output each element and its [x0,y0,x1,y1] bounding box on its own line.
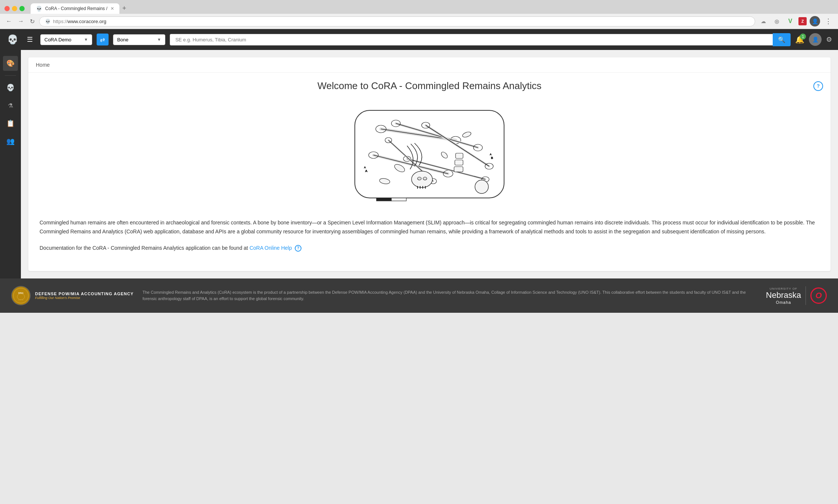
profile-avatar[interactable]: 👤 [810,16,820,26]
tab-title: CoRA - Commingled Remains / [45,6,107,11]
address-bar[interactable]: 💀 https://www.coracore.org [39,16,755,26]
university-o-logo: O [810,287,827,304]
forward-button[interactable]: → [16,16,25,26]
tab-close-button[interactable]: ✕ [110,6,114,11]
search-icon: 🔍 [778,37,785,43]
swap-icon: ⇄ [100,36,105,43]
dpaa-seal-svg: DPAA ★ ★ ★ [12,286,30,305]
url-protocol: https:// [53,19,68,24]
content-card: Home Welcome to CoRA - Commingled Remain… [28,57,831,271]
bone-selector[interactable]: Bone ▼ [113,34,165,45]
maximize-window-button[interactable] [19,6,25,11]
tab-favicon: 💀 [36,6,42,12]
sidebar: 🎨 💀 ⚗ 📋 👥 [0,50,21,278]
favicon-small: 💀 [45,19,51,24]
new-tab-button[interactable]: + [119,3,129,14]
v-extension[interactable]: V [785,16,795,26]
omaha-text: Omaha [776,300,791,305]
dna-icon: ⚗ [8,102,13,109]
svg-rect-34 [455,160,463,165]
agency-name: Defense POW/MIA Accounting Agency [35,292,134,296]
chevron-down-icon: ▼ [84,37,88,42]
svg-point-39 [440,151,449,160]
sidebar-item-specimens[interactable]: 💀 [3,80,18,95]
text-content: Commingled human remains are often encou… [28,211,831,271]
skull-icon: 💀 [6,84,15,92]
svg-point-46 [12,287,30,305]
footer-vertical-divider [806,286,806,305]
help-circle-icon[interactable]: ? [295,245,301,252]
user-avatar[interactable]: 👤 [809,33,822,46]
notification-badge: 1 [800,34,806,40]
browser-titlebar: 💀 CoRA - Commingled Remains / ✕ + [0,0,838,14]
svg-rect-44 [376,198,391,201]
sidebar-item-dashboard[interactable]: 🎨 [3,56,18,71]
settings-button[interactable]: ⚙ [826,35,832,44]
sidebar-item-reports[interactable]: 📋 [3,116,18,131]
browser-controls [4,6,25,11]
hamburger-menu-button[interactable]: ☰ [24,32,36,47]
app-logo: 💀 [6,33,19,46]
svg-point-38 [379,178,390,185]
browser-tabs: 💀 CoRA - Commingled Remains / ✕ + [31,3,129,14]
unl-logo: UNIVERSITY OF Nebraska Omaha [766,287,801,305]
description-paragraph: Commingled human remains are often encou… [40,218,819,236]
dpaa-seal: DPAA ★ ★ ★ [11,286,31,305]
refresh-button[interactable]: ↻ [28,16,36,26]
swap-button[interactable]: ⇄ [97,34,109,45]
svg-rect-33 [456,153,463,158]
svg-point-25 [412,171,432,188]
svg-text:★ ★ ★: ★ ★ ★ [18,299,24,301]
search-button[interactable]: 🔍 [773,33,791,46]
palette-icon: 🎨 [6,59,15,67]
back-button[interactable]: ← [4,16,13,26]
image-container: A A B A [28,99,831,211]
university-of-text: UNIVERSITY OF [770,287,797,290]
doc-text: Documentation for the CoRA - Commingled … [40,245,248,251]
bone-dropdown[interactable]: Bone [117,37,155,42]
agency-tagline: Fulfilling Our Nation's Promise [35,296,134,300]
svg-text:B: B [491,156,493,160]
footer-logo-area: DPAA ★ ★ ★ Defense POW/MIA Accounting Ag… [11,286,134,305]
active-tab[interactable]: 💀 CoRA - Commingled Remains / ✕ [31,3,119,14]
main-content: Home Welcome to CoRA - Commingled Remain… [21,50,838,278]
breadcrumb-home[interactable]: Home [36,62,50,68]
users-icon: 👥 [6,137,15,145]
svg-point-30 [418,177,421,180]
sidebar-divider [5,75,16,76]
app-body: 🎨 💀 ⚗ 📋 👥 Home [0,50,838,278]
zotero-extension[interactable]: Z [798,17,807,25]
avatar-image: 👤 [812,37,819,42]
circle-extension[interactable]: ◎ [772,16,782,26]
commingled-image: A A B A [351,107,508,204]
app-navbar: 💀 ☰ CoRA Demo ▼ ⇄ Bone ▼ 🔍 [0,29,838,50]
notification-button[interactable]: 🔔 1 [795,35,804,44]
svg-point-37 [462,131,472,138]
footer-description: The Commingled Remains and Analytics (Co… [143,289,757,302]
org-selector[interactable]: CoRA Demo ▼ [40,34,92,45]
svg-text:A: A [364,166,366,168]
svg-text:A: A [365,169,368,173]
browser-chrome: 💀 CoRA - Commingled Remains / ✕ + ← → ↻ … [0,0,838,29]
browser-toolbar: ← → ↻ 💀 https://www.coracore.org ☁ ◎ V Z… [0,14,838,29]
cora-help-link[interactable]: CoRA Online Help [250,245,294,251]
close-window-button[interactable] [4,6,10,11]
org-dropdown[interactable]: CoRA Demo [44,37,82,42]
minimize-window-button[interactable] [12,6,17,11]
help-button[interactable]: ? [813,81,823,91]
sidebar-item-users[interactable]: 👥 [3,134,18,149]
icloud-extension[interactable]: ☁ [758,16,769,26]
app-wrapper: 💀 ☰ CoRA Demo ▼ ⇄ Bone ▼ 🔍 [0,29,838,313]
question-icon: ? [817,83,820,89]
search-input[interactable] [170,34,773,45]
menu-dots[interactable]: ⋮ [823,16,834,26]
search-bar: 🔍 [170,33,791,46]
org-selector-wrapper: CoRA Demo ▼ [40,34,92,45]
sidebar-item-dna[interactable]: ⚗ [3,98,18,113]
footer-logos: UNIVERSITY OF Nebraska Omaha O [766,286,827,305]
footer-agency-text: Defense POW/MIA Accounting Agency Fulfil… [35,292,134,300]
nebraska-text: Nebraska [766,290,801,300]
svg-rect-45 [391,198,406,201]
url-display: https://www.coracore.org [53,19,106,24]
svg-text:A: A [490,153,491,155]
